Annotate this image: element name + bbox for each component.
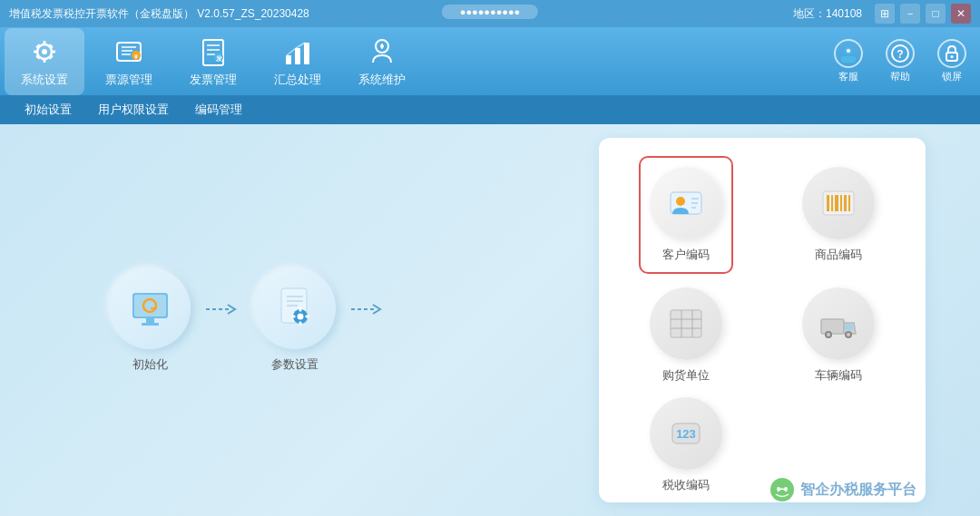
svg-point-34	[951, 55, 954, 58]
svg-rect-58	[827, 195, 829, 211]
svg-point-79	[777, 487, 780, 491]
workflow-item-initialize[interactable]: 初始化	[109, 268, 191, 373]
svg-rect-2	[44, 41, 46, 45]
svg-rect-9	[48, 44, 54, 49]
nav-item-summary[interactable]: 汇总处理	[258, 28, 338, 95]
title-bar-left: 增值税发票税控开票软件（金税盘版） V2.0.57_ZS_20230428	[9, 6, 309, 22]
nav-customer-service[interactable]: 客服	[825, 34, 872, 88]
customer-service-icon	[834, 39, 863, 68]
nav-lock[interactable]: 锁屏	[928, 34, 975, 88]
svg-point-46	[297, 313, 303, 319]
svg-text:¥: ¥	[134, 54, 138, 60]
tax-code-item[interactable]: 123 税收编码	[650, 397, 722, 493]
svg-rect-37	[146, 318, 154, 323]
nav-label-maintenance: 系统维护	[358, 72, 406, 88]
svg-rect-7	[48, 54, 54, 60]
svg-rect-23	[295, 48, 300, 64]
workflow-area: 初始化	[109, 268, 386, 373]
svg-rect-24	[304, 43, 309, 64]
svg-rect-3	[44, 58, 46, 63]
watermark: 智企办税服务平台	[769, 477, 916, 502]
nav-item-invoice-mgmt[interactable]: 发 发票管理	[173, 28, 253, 95]
location-text: 地区：140108	[793, 6, 862, 22]
minimize-btn[interactable]: －	[900, 4, 920, 24]
svg-rect-29	[841, 56, 856, 63]
subnav-code-mgmt[interactable]: 编码管理	[184, 98, 253, 122]
svg-point-53	[676, 197, 685, 206]
restore-btn[interactable]: □	[926, 4, 946, 24]
help-icon: ?	[886, 39, 915, 68]
vehicle-code-circle	[802, 287, 875, 360]
nav-item-maintenance[interactable]: 系统维护	[342, 28, 422, 95]
svg-rect-64	[671, 310, 701, 337]
workflow-arrow-1	[204, 300, 240, 318]
invoice-mgmt-icon: 发	[197, 35, 230, 68]
workflow-item-param-settings[interactable]: 参数设置	[254, 268, 336, 373]
svg-point-27	[380, 44, 384, 48]
lock-icon	[937, 39, 966, 68]
svg-point-78	[770, 478, 794, 501]
subnav-user-permissions[interactable]: 用户权限设置	[87, 98, 180, 122]
svg-point-80	[784, 487, 788, 491]
vehicle-code-item[interactable]: 车辆编码	[802, 287, 875, 384]
svg-text:发: 发	[215, 55, 222, 62]
nav-item-system-settings[interactable]: 系统设置	[5, 28, 84, 95]
product-code-item[interactable]: 商品编码	[802, 167, 875, 263]
svg-point-30	[847, 49, 850, 53]
workflow-arrow-2	[349, 300, 386, 318]
purchase-unit-item[interactable]: 购货单位	[650, 287, 722, 384]
ticket-mgmt-icon: ¥	[113, 35, 145, 68]
vehicle-code-label: 车辆编码	[815, 367, 862, 384]
purchase-unit-label: 购货单位	[662, 367, 710, 384]
nav-customer-service-label: 客服	[838, 70, 858, 83]
nav-right: 客服 ? 帮助 锁屏	[825, 34, 975, 88]
svg-rect-60	[835, 195, 838, 211]
svg-rect-63	[848, 195, 850, 211]
nav-item-ticket-mgmt[interactable]: ¥ 票源管理	[89, 28, 169, 95]
watermark-text: 智企办税服务平台	[800, 481, 916, 500]
nav-label-system-settings: 系统设置	[21, 72, 68, 88]
summary-icon	[281, 35, 314, 68]
svg-rect-61	[840, 195, 842, 211]
top-nav: 系统设置 ¥ 票源管理 发 发票管理	[0, 27, 980, 95]
display-btn[interactable]: ⊞	[875, 4, 895, 24]
initialize-circle[interactable]	[109, 268, 191, 349]
svg-point-1	[42, 49, 47, 54]
svg-rect-5	[51, 50, 55, 53]
svg-rect-69	[821, 319, 844, 334]
nav-lock-label: 锁屏	[942, 70, 962, 83]
sub-nav: 初始设置 用户权限设置 编码管理	[0, 95, 980, 124]
app-title: 增值税发票税控开票软件（金税盘版） V2.0.57_ZS_20230428	[9, 6, 309, 22]
svg-rect-38	[142, 323, 159, 326]
product-code-label: 商品编码	[815, 247, 862, 263]
nav-label-invoice-mgmt: 发票管理	[190, 72, 237, 88]
svg-rect-59	[831, 195, 833, 211]
svg-rect-49	[291, 315, 295, 317]
server-address: ●●●●●●●●●●	[442, 5, 538, 19]
tax-code-label: 税收编码	[662, 477, 710, 493]
product-code-circle	[802, 167, 875, 239]
svg-point-75	[847, 333, 850, 336]
param-settings-circle[interactable]	[254, 268, 336, 349]
system-settings-icon	[28, 35, 61, 68]
code-panel: 客户编码 商品编码	[599, 138, 926, 502]
title-bar: 增值税发票税控开票软件（金税盘版） V2.0.57_ZS_20230428 ●●…	[0, 0, 980, 27]
customer-code-label: 客户编码	[662, 247, 710, 263]
svg-rect-36	[134, 295, 166, 316]
svg-rect-4	[34, 50, 38, 53]
nav-help-label: 帮助	[890, 70, 910, 83]
maintenance-icon	[366, 35, 398, 68]
customer-code-item[interactable]: 客户编码	[639, 156, 733, 274]
svg-rect-48	[299, 321, 301, 325]
subnav-init-settings[interactable]: 初始设置	[14, 98, 83, 122]
svg-rect-50	[305, 315, 309, 317]
param-settings-label: 参数设置	[271, 356, 318, 373]
title-bar-right: 地区：140108 ⊞ － □ ✕	[793, 4, 971, 24]
nav-help[interactable]: ? 帮助	[877, 34, 924, 88]
svg-point-73	[827, 333, 830, 336]
customer-code-circle	[650, 167, 722, 239]
nav-label-summary: 汇总处理	[274, 72, 321, 88]
svg-rect-8	[35, 54, 41, 60]
svg-text:?: ?	[897, 48, 903, 61]
close-btn[interactable]: ✕	[951, 4, 971, 24]
